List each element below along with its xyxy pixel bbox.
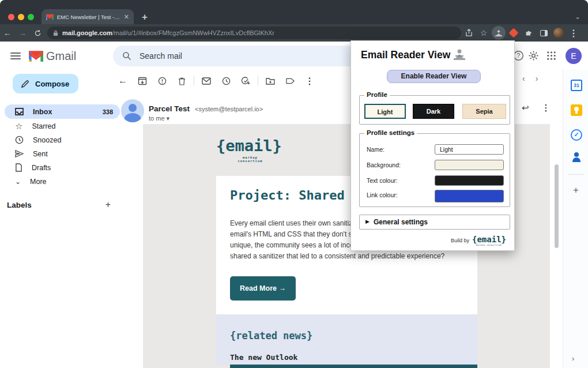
contacts-icon[interactable]: [571, 151, 582, 163]
sidebar-item-label: Starred: [32, 122, 113, 130]
forward-button[interactable]: →: [15, 28, 30, 37]
enable-reader-view-button[interactable]: Enable Reader View: [387, 70, 481, 83]
gmail-logo-text: Gmail: [46, 50, 76, 63]
keep-icon[interactable]: [571, 104, 582, 116]
snooze-clock-icon: [15, 136, 24, 144]
sender-name: Parcel Test: [149, 104, 190, 113]
close-window-button[interactable]: [8, 14, 14, 20]
expand-arrow-icon: ▶: [365, 219, 370, 224]
label-icon[interactable]: [280, 77, 300, 85]
search-placeholder: Search mail: [140, 51, 182, 61]
text-colour-label: Text colour:: [367, 177, 398, 184]
email-heading: Project: Shared: [230, 188, 345, 202]
browser-profile-avatar[interactable]: [551, 25, 566, 40]
delete-icon[interactable]: [172, 77, 191, 85]
browser-tab[interactable]: EMC Newsletter | Test - email ✕: [42, 9, 134, 24]
sidebar-item-inbox[interactable]: Inbox 338: [5, 104, 120, 119]
sidebar-item-label: Snoozed: [33, 136, 113, 144]
maximize-window-button[interactable]: [28, 14, 34, 20]
move-to-folder-icon[interactable]: [261, 77, 280, 85]
calendar-icon[interactable]: 31: [571, 80, 582, 91]
labels-header-row: Labels +: [7, 200, 111, 210]
tab-search-chevron-icon[interactable]: ⌄: [575, 13, 581, 21]
archive-icon[interactable]: [133, 77, 152, 85]
tab-close-icon[interactable]: ✕: [124, 13, 129, 21]
sidebar-item-label: More: [30, 178, 113, 186]
message-pagination[interactable]: ‹›: [522, 74, 548, 83]
tasks-icon[interactable]: ✓: [571, 129, 582, 141]
inbox-count-badge: 338: [103, 108, 113, 115]
profile-light-button[interactable]: Light: [364, 104, 406, 119]
name-row: Name: Light: [367, 144, 504, 155]
reply-icon[interactable]: ↩: [522, 103, 529, 113]
text-color-swatch[interactable]: [435, 175, 504, 186]
background-label: Background:: [367, 162, 401, 168]
inbox-icon: [15, 108, 24, 115]
bookmark-star-icon[interactable]: ☆: [476, 25, 491, 40]
background-color-swatch[interactable]: [435, 160, 504, 170]
profile-sepia-button[interactable]: Sepia: [462, 104, 506, 119]
sidebar-item-drafts[interactable]: Drafts: [5, 160, 120, 175]
sender-avatar[interactable]: [121, 99, 144, 122]
reader-view-icon: [453, 48, 466, 61]
new-tab-button[interactable]: +: [142, 12, 148, 23]
sidebar-item-label: Inbox: [33, 108, 93, 116]
omnibox[interactable]: mail.google.com/mail/u/1/#inbox/FMfcgzGs…: [47, 27, 461, 39]
message-actions: ↩ ⋮: [522, 103, 551, 113]
build-by-logo-subtext: markup consortium: [476, 244, 502, 246]
general-settings-expander[interactable]: ▶ General settings: [359, 215, 510, 230]
google-apps-grid-icon[interactable]: [546, 51, 556, 61]
sidebar-item-snoozed[interactable]: Snoozed: [5, 133, 120, 147]
browser-menu-icon[interactable]: ⋮: [566, 25, 581, 40]
settings-gear-icon[interactable]: [528, 50, 539, 61]
labels-header: Labels: [7, 201, 105, 209]
browser-titlebar: EMC Newsletter | Test - email ✕ + ⌄: [0, 0, 588, 24]
build-by-label: Build by: [451, 238, 469, 243]
browser-url-bar: ← → mail.google.com/mail/u/1/#inbox/FMfc…: [0, 24, 588, 42]
extensions-puzzle-icon[interactable]: [521, 25, 536, 40]
sidebar-item-sent[interactable]: Sent: [5, 147, 120, 161]
extension-icon-red[interactable]: [506, 25, 521, 40]
sidebar-item-label: Sent: [33, 150, 113, 158]
gmail-favicon: [46, 14, 54, 20]
build-by-logo[interactable]: {email}: [472, 235, 506, 244]
sidebar-item-starred[interactable]: ☆ Starred: [5, 119, 120, 133]
scrollbar-thumb[interactable]: [555, 164, 559, 248]
reload-button[interactable]: [30, 29, 45, 37]
share-button[interactable]: [461, 25, 476, 40]
email-brand-logo-subtext: markup consortium: [229, 156, 271, 163]
compose-button[interactable]: Compose: [13, 74, 78, 93]
sidebar-item-more[interactable]: ⌄ More: [5, 174, 120, 189]
browser-window: EMC Newsletter | Test - email ✕ + ⌄ ← → …: [0, 0, 588, 368]
get-addons-icon[interactable]: +: [573, 185, 579, 196]
collapse-panel-icon[interactable]: ›: [572, 354, 574, 363]
minimize-window-button[interactable]: [18, 14, 24, 20]
draft-file-icon: [15, 163, 22, 172]
side-panel-icon[interactable]: [536, 25, 551, 40]
profile-dark-button[interactable]: Dark: [413, 104, 454, 119]
mark-unread-icon[interactable]: [197, 77, 216, 85]
profile-settings-fieldset: Profile settings Name: Light Background:…: [359, 133, 510, 207]
link-color-swatch[interactable]: [435, 190, 504, 202]
profile-fieldset: Profile Light Dark Sepia: [359, 95, 510, 125]
gmail-account-avatar[interactable]: E: [566, 48, 582, 64]
message-more-icon[interactable]: ⋮: [542, 103, 551, 113]
back-button[interactable]: ←: [0, 28, 15, 37]
recipient-row[interactable]: to me ▾: [149, 115, 169, 122]
snooze-icon[interactable]: [216, 77, 236, 85]
back-to-inbox-icon[interactable]: ←: [113, 76, 133, 86]
profile-name-input[interactable]: Light: [435, 144, 504, 155]
reader-view-extension-icon[interactable]: [491, 25, 506, 40]
popup-title: Email Reader View: [361, 49, 450, 61]
more-actions-icon[interactable]: ⋮: [300, 76, 319, 87]
add-to-tasks-icon[interactable]: [236, 77, 255, 85]
main-menu-icon[interactable]: [10, 51, 21, 61]
link-colour-label: Link colour:: [367, 191, 398, 198]
read-more-button[interactable]: Read More →: [230, 276, 296, 301]
report-spam-icon[interactable]: [152, 77, 172, 85]
create-label-icon[interactable]: +: [105, 200, 111, 210]
article-title: The new Outlook: [230, 353, 297, 362]
build-by-row: Build by {email}: [451, 235, 506, 244]
email-footer-strip: [230, 365, 477, 368]
search-icon: [122, 51, 131, 61]
